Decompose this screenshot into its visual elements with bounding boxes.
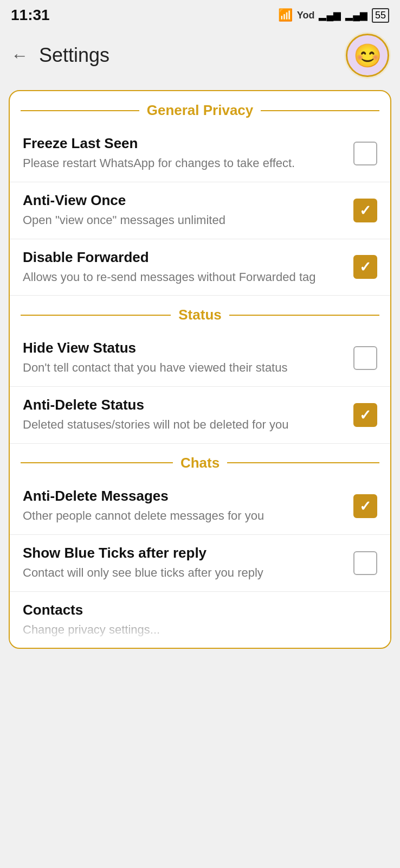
contacts-section: Contacts Change privacy settings...: [10, 592, 390, 643]
disable-forwarded-desc: Allows you to re-send messages without F…: [23, 269, 345, 286]
signal-bars2-icon: ▂▄▆: [345, 9, 367, 21]
anti-delete-status-title: Anti-Delete Status: [23, 397, 345, 413]
status-time: 11:31: [11, 7, 50, 24]
general-privacy-header: General Privacy: [10, 91, 390, 125]
anti-delete-status-item: Anti-Delete Status Deleted statuses/stor…: [10, 387, 390, 444]
contacts-desc: Change privacy settings...: [23, 622, 377, 639]
chats-header: Chats: [10, 444, 390, 478]
anti-delete-messages-item: Anti-Delete Messages Other people cannot…: [10, 478, 390, 535]
back-button[interactable]: ←: [11, 47, 28, 64]
signal-icon: Yod: [297, 10, 315, 21]
status-icons: 📶 Yod ▂▄▆ ▂▄▆ 55: [278, 8, 389, 23]
main-card: General Privacy Freeze Last Seen Please …: [9, 90, 391, 649]
disable-forwarded-item: Disable Forwarded Allows you to re-send …: [10, 239, 390, 296]
status-header: Status: [10, 296, 390, 330]
show-blue-ticks-title: Show Blue Ticks after reply: [23, 545, 345, 561]
battery-icon: 55: [372, 8, 389, 23]
anti-view-once-title: Anti-View Once: [23, 192, 345, 209]
show-blue-ticks-item: Show Blue Ticks after reply Contact will…: [10, 535, 390, 592]
section-line-left: [21, 110, 139, 111]
contacts-title: Contacts: [23, 602, 377, 618]
anti-delete-messages-title: Anti-Delete Messages: [23, 488, 345, 505]
status-bar: 11:31 📶 Yod ▂▄▆ ▂▄▆ 55: [0, 0, 400, 28]
anti-delete-messages-desc: Other people cannot delete messages for …: [23, 508, 345, 525]
show-blue-ticks-checkbox[interactable]: [353, 551, 377, 575]
freeze-last-seen-desc: Please restart WhatsApp for changes to t…: [23, 155, 345, 172]
anti-delete-status-checkbox[interactable]: [353, 403, 377, 427]
anti-view-once-text: Anti-View Once Open "view once" messages…: [23, 192, 345, 229]
chats-title: Chats: [173, 455, 227, 471]
freeze-last-seen-title: Freeze Last Seen: [23, 135, 345, 152]
avatar[interactable]: 😊: [346, 34, 389, 77]
anti-view-once-checkbox[interactable]: [353, 199, 377, 222]
hide-view-status-checkbox[interactable]: [353, 346, 377, 370]
freeze-last-seen-text: Freeze Last Seen Please restart WhatsApp…: [23, 135, 345, 172]
disable-forwarded-title: Disable Forwarded: [23, 249, 345, 266]
hide-view-status-title: Hide View Status: [23, 340, 345, 356]
show-blue-ticks-text: Show Blue Ticks after reply Contact will…: [23, 545, 345, 582]
disable-forwarded-text: Disable Forwarded Allows you to re-send …: [23, 249, 345, 286]
hide-view-status-text: Hide View Status Don't tell contact that…: [23, 340, 345, 376]
page-title: Settings: [39, 44, 346, 67]
general-privacy-title: General Privacy: [139, 102, 261, 119]
header: ← Settings 😊: [0, 28, 400, 86]
status-line-right: [229, 315, 379, 316]
show-blue-ticks-desc: Contact will only see blue ticks after y…: [23, 565, 345, 582]
anti-delete-status-text: Anti-Delete Status Deleted statuses/stor…: [23, 397, 345, 433]
chats-line-right: [227, 462, 379, 463]
chats-line-left: [21, 462, 173, 463]
disable-forwarded-checkbox[interactable]: [353, 255, 377, 279]
signal-bars-icon: ▂▄▆: [319, 9, 341, 21]
anti-view-once-desc: Open "view once" messages unlimited: [23, 212, 345, 229]
wifi-icon: 📶: [278, 8, 293, 22]
hide-view-status-item: Hide View Status Don't tell contact that…: [10, 330, 390, 387]
hide-view-status-desc: Don't tell contact that you have viewed …: [23, 360, 345, 376]
anti-delete-status-desc: Deleted statuses/stories will not be del…: [23, 417, 345, 433]
status-line-left: [21, 315, 171, 316]
anti-delete-messages-checkbox[interactable]: [353, 494, 377, 518]
status-title: Status: [171, 307, 229, 323]
anti-view-once-item: Anti-View Once Open "view once" messages…: [10, 182, 390, 239]
avatar-emoji: 😊: [353, 42, 382, 69]
freeze-last-seen-checkbox[interactable]: [353, 142, 377, 165]
anti-delete-messages-text: Anti-Delete Messages Other people cannot…: [23, 488, 345, 525]
section-line-right: [261, 110, 379, 111]
freeze-last-seen-item: Freeze Last Seen Please restart WhatsApp…: [10, 125, 390, 182]
